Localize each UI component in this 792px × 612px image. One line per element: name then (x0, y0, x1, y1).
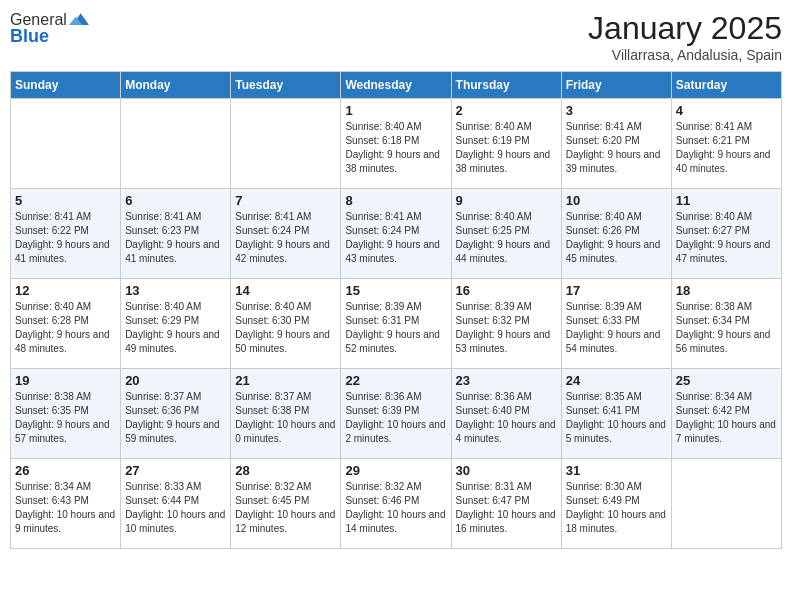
calendar-cell: 1Sunrise: 8:40 AM Sunset: 6:18 PM Daylig… (341, 99, 451, 189)
calendar-cell: 28Sunrise: 8:32 AM Sunset: 6:45 PM Dayli… (231, 459, 341, 549)
day-number: 4 (676, 103, 777, 118)
day-info: Sunrise: 8:40 AM Sunset: 6:25 PM Dayligh… (456, 210, 557, 266)
day-info: Sunrise: 8:39 AM Sunset: 6:33 PM Dayligh… (566, 300, 667, 356)
day-info: Sunrise: 8:41 AM Sunset: 6:24 PM Dayligh… (235, 210, 336, 266)
header-row: SundayMondayTuesdayWednesdayThursdayFrid… (11, 72, 782, 99)
calendar-cell: 16Sunrise: 8:39 AM Sunset: 6:32 PM Dayli… (451, 279, 561, 369)
col-header-saturday: Saturday (671, 72, 781, 99)
day-number: 30 (456, 463, 557, 478)
day-number: 15 (345, 283, 446, 298)
day-number: 18 (676, 283, 777, 298)
calendar-cell (11, 99, 121, 189)
logo-icon (69, 10, 89, 30)
day-number: 28 (235, 463, 336, 478)
calendar-week-2: 5Sunrise: 8:41 AM Sunset: 6:22 PM Daylig… (11, 189, 782, 279)
day-number: 8 (345, 193, 446, 208)
day-info: Sunrise: 8:39 AM Sunset: 6:32 PM Dayligh… (456, 300, 557, 356)
day-number: 3 (566, 103, 667, 118)
day-info: Sunrise: 8:41 AM Sunset: 6:20 PM Dayligh… (566, 120, 667, 176)
col-header-monday: Monday (121, 72, 231, 99)
calendar-cell: 4Sunrise: 8:41 AM Sunset: 6:21 PM Daylig… (671, 99, 781, 189)
day-number: 10 (566, 193, 667, 208)
calendar-cell: 14Sunrise: 8:40 AM Sunset: 6:30 PM Dayli… (231, 279, 341, 369)
day-info: Sunrise: 8:38 AM Sunset: 6:35 PM Dayligh… (15, 390, 116, 446)
calendar-cell: 8Sunrise: 8:41 AM Sunset: 6:24 PM Daylig… (341, 189, 451, 279)
day-info: Sunrise: 8:41 AM Sunset: 6:22 PM Dayligh… (15, 210, 116, 266)
day-number: 17 (566, 283, 667, 298)
day-info: Sunrise: 8:35 AM Sunset: 6:41 PM Dayligh… (566, 390, 667, 446)
calendar-week-4: 19Sunrise: 8:38 AM Sunset: 6:35 PM Dayli… (11, 369, 782, 459)
day-number: 1 (345, 103, 446, 118)
day-info: Sunrise: 8:41 AM Sunset: 6:23 PM Dayligh… (125, 210, 226, 266)
day-number: 26 (15, 463, 116, 478)
calendar-cell: 2Sunrise: 8:40 AM Sunset: 6:19 PM Daylig… (451, 99, 561, 189)
col-header-sunday: Sunday (11, 72, 121, 99)
day-info: Sunrise: 8:36 AM Sunset: 6:40 PM Dayligh… (456, 390, 557, 446)
calendar-cell: 21Sunrise: 8:37 AM Sunset: 6:38 PM Dayli… (231, 369, 341, 459)
day-info: Sunrise: 8:40 AM Sunset: 6:28 PM Dayligh… (15, 300, 116, 356)
calendar-cell: 29Sunrise: 8:32 AM Sunset: 6:46 PM Dayli… (341, 459, 451, 549)
day-info: Sunrise: 8:37 AM Sunset: 6:36 PM Dayligh… (125, 390, 226, 446)
day-info: Sunrise: 8:32 AM Sunset: 6:46 PM Dayligh… (345, 480, 446, 536)
calendar-cell: 15Sunrise: 8:39 AM Sunset: 6:31 PM Dayli… (341, 279, 451, 369)
day-info: Sunrise: 8:39 AM Sunset: 6:31 PM Dayligh… (345, 300, 446, 356)
day-info: Sunrise: 8:36 AM Sunset: 6:39 PM Dayligh… (345, 390, 446, 446)
day-number: 31 (566, 463, 667, 478)
day-number: 11 (676, 193, 777, 208)
calendar-table: SundayMondayTuesdayWednesdayThursdayFrid… (10, 71, 782, 549)
calendar-week-3: 12Sunrise: 8:40 AM Sunset: 6:28 PM Dayli… (11, 279, 782, 369)
calendar-cell: 31Sunrise: 8:30 AM Sunset: 6:49 PM Dayli… (561, 459, 671, 549)
col-header-wednesday: Wednesday (341, 72, 451, 99)
calendar-cell (231, 99, 341, 189)
day-number: 13 (125, 283, 226, 298)
logo: General Blue (10, 10, 89, 47)
day-info: Sunrise: 8:32 AM Sunset: 6:45 PM Dayligh… (235, 480, 336, 536)
day-number: 21 (235, 373, 336, 388)
day-info: Sunrise: 8:34 AM Sunset: 6:43 PM Dayligh… (15, 480, 116, 536)
day-info: Sunrise: 8:40 AM Sunset: 6:27 PM Dayligh… (676, 210, 777, 266)
col-header-tuesday: Tuesday (231, 72, 341, 99)
calendar-cell: 23Sunrise: 8:36 AM Sunset: 6:40 PM Dayli… (451, 369, 561, 459)
calendar-week-1: 1Sunrise: 8:40 AM Sunset: 6:18 PM Daylig… (11, 99, 782, 189)
day-info: Sunrise: 8:40 AM Sunset: 6:18 PM Dayligh… (345, 120, 446, 176)
calendar-cell: 22Sunrise: 8:36 AM Sunset: 6:39 PM Dayli… (341, 369, 451, 459)
title-block: January 2025 Villarrasa, Andalusia, Spai… (588, 10, 782, 63)
day-info: Sunrise: 8:40 AM Sunset: 6:26 PM Dayligh… (566, 210, 667, 266)
calendar-cell: 26Sunrise: 8:34 AM Sunset: 6:43 PM Dayli… (11, 459, 121, 549)
day-number: 27 (125, 463, 226, 478)
calendar-cell: 17Sunrise: 8:39 AM Sunset: 6:33 PM Dayli… (561, 279, 671, 369)
calendar-cell (671, 459, 781, 549)
day-number: 6 (125, 193, 226, 208)
day-number: 9 (456, 193, 557, 208)
day-number: 7 (235, 193, 336, 208)
calendar-cell: 30Sunrise: 8:31 AM Sunset: 6:47 PM Dayli… (451, 459, 561, 549)
day-number: 16 (456, 283, 557, 298)
day-number: 14 (235, 283, 336, 298)
page-header: General Blue January 2025 Villarrasa, An… (10, 10, 782, 63)
day-info: Sunrise: 8:37 AM Sunset: 6:38 PM Dayligh… (235, 390, 336, 446)
calendar-cell: 3Sunrise: 8:41 AM Sunset: 6:20 PM Daylig… (561, 99, 671, 189)
day-info: Sunrise: 8:41 AM Sunset: 6:24 PM Dayligh… (345, 210, 446, 266)
calendar-cell: 13Sunrise: 8:40 AM Sunset: 6:29 PM Dayli… (121, 279, 231, 369)
day-number: 20 (125, 373, 226, 388)
calendar-cell: 18Sunrise: 8:38 AM Sunset: 6:34 PM Dayli… (671, 279, 781, 369)
calendar-cell (121, 99, 231, 189)
calendar-cell: 20Sunrise: 8:37 AM Sunset: 6:36 PM Dayli… (121, 369, 231, 459)
day-info: Sunrise: 8:31 AM Sunset: 6:47 PM Dayligh… (456, 480, 557, 536)
calendar-week-5: 26Sunrise: 8:34 AM Sunset: 6:43 PM Dayli… (11, 459, 782, 549)
day-number: 12 (15, 283, 116, 298)
calendar-cell: 9Sunrise: 8:40 AM Sunset: 6:25 PM Daylig… (451, 189, 561, 279)
calendar-cell: 24Sunrise: 8:35 AM Sunset: 6:41 PM Dayli… (561, 369, 671, 459)
col-header-thursday: Thursday (451, 72, 561, 99)
day-info: Sunrise: 8:41 AM Sunset: 6:21 PM Dayligh… (676, 120, 777, 176)
month-title: January 2025 (588, 10, 782, 47)
day-number: 23 (456, 373, 557, 388)
location: Villarrasa, Andalusia, Spain (588, 47, 782, 63)
calendar-cell: 10Sunrise: 8:40 AM Sunset: 6:26 PM Dayli… (561, 189, 671, 279)
calendar-cell: 27Sunrise: 8:33 AM Sunset: 6:44 PM Dayli… (121, 459, 231, 549)
calendar-cell: 19Sunrise: 8:38 AM Sunset: 6:35 PM Dayli… (11, 369, 121, 459)
day-number: 25 (676, 373, 777, 388)
day-info: Sunrise: 8:40 AM Sunset: 6:30 PM Dayligh… (235, 300, 336, 356)
day-number: 22 (345, 373, 446, 388)
calendar-cell: 12Sunrise: 8:40 AM Sunset: 6:28 PM Dayli… (11, 279, 121, 369)
